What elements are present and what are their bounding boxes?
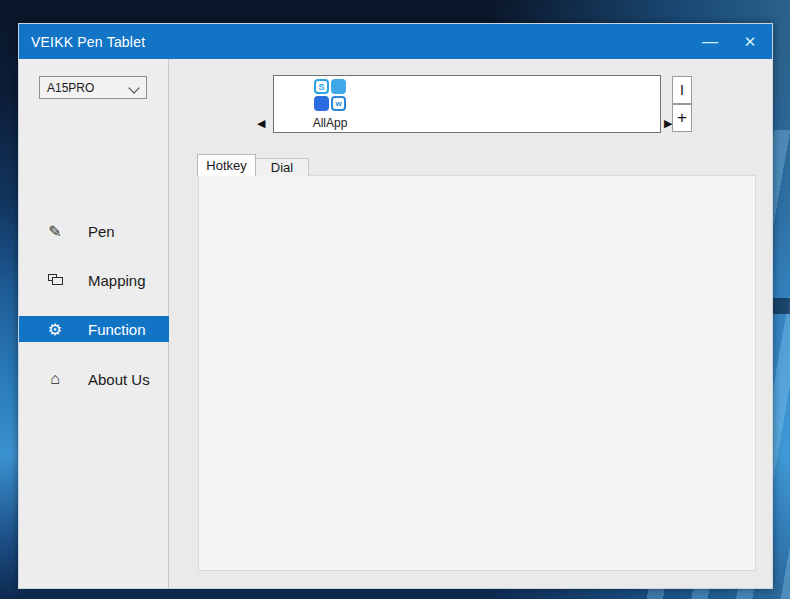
app-list-box: S w AllApp xyxy=(273,75,661,133)
allapp-tile-s: S xyxy=(314,79,329,94)
window-title: VEIKK Pen Tablet xyxy=(31,34,145,50)
minimize-icon[interactable]: — xyxy=(690,24,730,59)
tab-dial[interactable]: Dial xyxy=(256,158,309,176)
mapping-icon xyxy=(44,271,66,289)
sidebar-item-label: Pen xyxy=(88,223,115,240)
titlebar[interactable]: VEIKK Pen Tablet — ✕ xyxy=(19,24,772,59)
sidebar-item-pen[interactable]: ✎ Pen xyxy=(19,218,169,244)
app-name-label: AllApp xyxy=(302,116,358,130)
device-model-select[interactable]: A15PRO xyxy=(39,76,147,99)
sidebar-item-about-us[interactable]: ⌂ About Us xyxy=(19,366,169,392)
sidebar: A15PRO ✎ Pen Mapping ⚙ Function ⌂ About … xyxy=(19,59,169,588)
sidebar-item-mapping[interactable]: Mapping xyxy=(19,267,169,293)
chevron-down-icon xyxy=(128,82,139,93)
allapp-tile-lightblue xyxy=(331,79,346,94)
close-icon[interactable]: ✕ xyxy=(730,24,770,59)
add-app-button[interactable]: + xyxy=(672,104,692,132)
app-entry-allapp[interactable]: S w AllApp xyxy=(302,79,358,130)
sidebar-item-function[interactable]: ⚙ Function xyxy=(19,316,169,342)
sidebar-item-label: Function xyxy=(88,321,146,338)
allapp-tile-blue xyxy=(314,96,329,111)
sidebar-item-label: Mapping xyxy=(88,272,146,289)
hotkey-tab-panel xyxy=(198,175,756,571)
sidebar-item-label: About Us xyxy=(88,371,150,388)
veikk-pen-tablet-window: VEIKK Pen Tablet — ✕ A15PRO ✎ Pen Mappin… xyxy=(18,23,773,589)
home-icon: ⌂ xyxy=(44,370,66,388)
remove-app-button[interactable]: I xyxy=(672,76,692,104)
allapp-tile-w: w xyxy=(331,96,346,111)
tab-hotkey[interactable]: Hotkey xyxy=(197,154,256,176)
device-model-value: A15PRO xyxy=(47,81,94,95)
pen-icon: ✎ xyxy=(44,222,66,241)
gear-icon: ⚙ xyxy=(44,320,66,339)
allapp-icon: S w xyxy=(314,79,346,111)
prev-app-arrow-icon[interactable]: ◀ xyxy=(257,117,265,130)
desktop-wallpaper: VEIKK Pen Tablet — ✕ A15PRO ✎ Pen Mappin… xyxy=(0,0,790,599)
